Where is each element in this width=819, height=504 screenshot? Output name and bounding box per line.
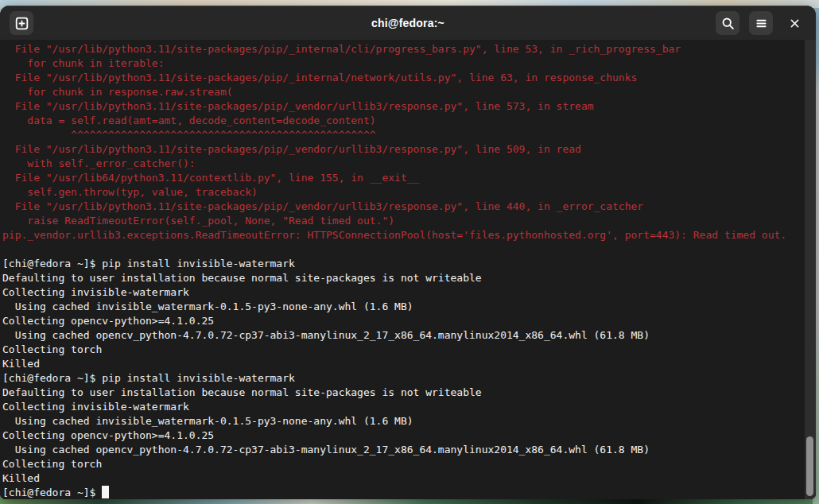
terminal-line: File "/usr/lib/python3.11/site-packages/… <box>2 200 816 214</box>
terminal-line: Collecting torch <box>2 343 816 357</box>
terminal-line <box>2 242 816 257</box>
search-button[interactable] <box>716 11 739 35</box>
terminal-line: pip._vendor.urllib3.exceptions.ReadTimeo… <box>2 228 816 242</box>
terminal-line: Collecting opencv-python>=4.1.0.25 <box>2 428 816 443</box>
terminal-line: Using cached opencv_python-4.7.0.72-cp37… <box>2 328 816 343</box>
terminal-line: self.gen.throw(typ, value, traceback) <box>2 185 816 200</box>
terminal-line: Collecting invisible-watermark <box>2 285 816 300</box>
terminal-line: with self._error_catcher(): <box>2 157 816 171</box>
terminal-line: File "/usr/lib/python3.11/site-packages/… <box>2 99 816 114</box>
terminal-line: File "/usr/lib64/python3.11/contextlib.p… <box>2 171 816 185</box>
terminal-line: Using cached opencv_python-4.7.0.72-cp37… <box>2 443 816 457</box>
terminal-line: ^^^^^^^^^^^^^^^^^^^^^^^^^^^^^^^^^^^^^^^^… <box>2 128 816 142</box>
terminal-line: Killed <box>2 471 816 486</box>
terminal-line: Collecting torch <box>2 457 816 471</box>
terminal-line: Collecting opencv-python>=4.1.0.25 <box>2 314 816 328</box>
terminal-line: Killed <box>2 357 816 371</box>
headerbar-right <box>716 11 806 35</box>
terminal-line: File "/usr/lib/python3.11/site-packages/… <box>2 71 816 85</box>
close-icon <box>789 17 801 29</box>
scrollbar-thumb[interactable] <box>806 436 813 496</box>
terminal-line: Using cached invisible_watermark-0.1.5-p… <box>2 414 816 428</box>
terminal-line: [chi@fedora ~]$ <box>2 486 816 499</box>
terminal-window: chi@fedora:~ <box>0 6 816 499</box>
terminal-line: raise ReadTimeoutError(self._pool, None,… <box>2 214 816 228</box>
scrollbar-track[interactable] <box>805 40 816 499</box>
terminal-line: Collecting invisible-watermark <box>2 400 816 414</box>
window-title: chi@fedora:~ <box>0 17 816 29</box>
terminal-line: for chunk in response.raw.stream( <box>2 85 816 99</box>
terminal-line: Defaulting to user installation because … <box>2 271 816 285</box>
terminal-line: for chunk in iterable: <box>2 56 816 71</box>
terminal-line: data = self.read(amt=amt, decode_content… <box>2 114 816 128</box>
terminal-line: File "/usr/lib/python3.11/site-packages/… <box>2 142 816 157</box>
terminal-viewport[interactable]: File "/usr/lib/python3.11/site-packages/… <box>0 40 816 499</box>
headerbar-left <box>10 11 33 35</box>
menu-button[interactable] <box>749 11 773 35</box>
terminal-line: File "/usr/lib/python3.11/site-packages/… <box>2 42 816 56</box>
hamburger-menu-icon <box>755 17 768 30</box>
new-tab-icon <box>15 17 29 30</box>
terminal-line: Defaulting to user installation because … <box>2 386 816 400</box>
terminal-line: [chi@fedora ~]$ pip install invisible-wa… <box>2 257 816 271</box>
terminal-line: [chi@fedora ~]$ pip install invisible-wa… <box>2 371 816 386</box>
headerbar: chi@fedora:~ <box>0 6 816 40</box>
terminal-cursor <box>102 486 109 498</box>
terminal-line: Using cached invisible_watermark-0.1.5-p… <box>2 300 816 314</box>
new-tab-button[interactable] <box>10 11 33 35</box>
search-icon <box>721 17 735 30</box>
close-window-button[interactable] <box>782 11 806 35</box>
terminal-output: File "/usr/lib/python3.11/site-packages/… <box>0 40 816 499</box>
